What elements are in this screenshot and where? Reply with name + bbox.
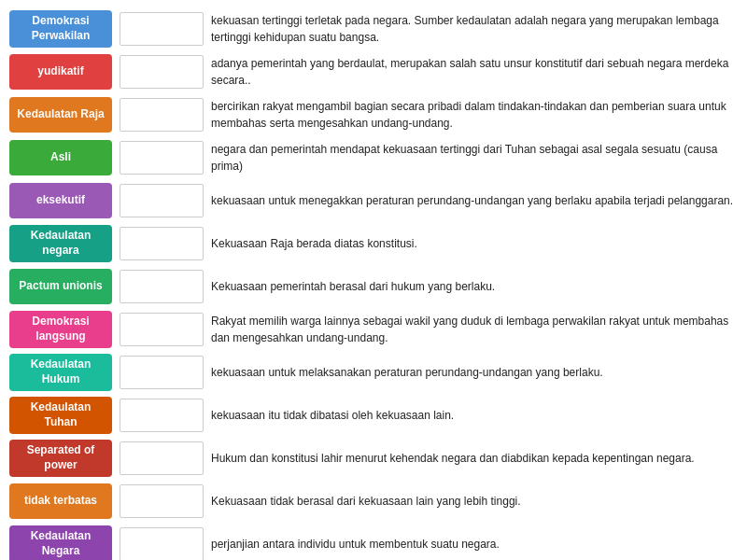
answer-box-kedaulatan-hukum[interactable] [120,356,204,389]
description-asli: negara dan pemerintah mendapat kekuasaan… [211,141,738,175]
table-row: Pactum unionisKekuasaan pemerintah beras… [9,267,738,306]
description-kedaulatan-tuhan: kekuasaan itu tidak dibatasi oleh kekuas… [211,407,738,424]
label-btn-yudikatif[interactable]: yudikatif [9,54,112,90]
answer-box-kedaulatan-tuhan[interactable] [120,399,204,432]
description-kedaulatan-negara2: perjanjian antara individu untuk membent… [211,536,738,553]
description-kedaulatan-raja: bercirikan rakyat mengambil bagian secar… [211,98,738,132]
answer-box-asli[interactable] [120,141,204,175]
description-demokrasi-perwakilan: kekuasan tertinggi terletak pada negara.… [211,12,738,46]
label-btn-asli[interactable]: Asli [9,140,112,175]
label-btn-tidak-terbatas[interactable]: tidak terbatas [9,483,112,519]
label-btn-kedaulatan-hukum[interactable]: Kedaulatan Hukum [9,354,112,390]
answer-box-pactum-unionis[interactable] [120,270,204,303]
description-yudikatif: adanya pemerintah yang berdaulat, merupa… [211,55,738,89]
table-row: Kedaulatan Negaraperjanjian antara indiv… [9,525,738,560]
answer-box-demokrasi-perwakilan[interactable] [120,12,204,46]
label-btn-demokrasi-langsung[interactable]: Demokrasi langsung [9,311,112,347]
label-btn-kedaulatan-negara[interactable]: Kedaulatan negara [9,225,112,261]
description-demokrasi-langsung: Rakyat memilih warga lainnya sebagai wak… [211,313,738,346]
table-row: Kedaulatan negaraKekuasaan Raja berada d… [9,224,738,263]
label-btn-kedaulatan-tuhan[interactable]: Kedaulatan Tuhan [9,397,112,433]
answer-box-yudikatif[interactable] [120,55,204,89]
description-pactum-unionis: Kekuasaan pemerintah berasal dari hukum … [211,278,738,295]
label-btn-separated-of-power[interactable]: Separated of power [9,440,112,476]
table-row: Separated of powerHukum dan konstitusi l… [9,439,738,478]
table-row: Kedaulatan Tuhankekuasaan itu tidak diba… [9,396,738,435]
answer-box-eksekutif[interactable] [120,184,204,217]
label-btn-kedaulatan-raja[interactable]: Kedaulatan Raja [9,97,112,133]
table-row: Aslinegara dan pemerintah mendapat kekua… [9,138,738,177]
table-row: Demokrasi Perwakilankekuasan tertinggi t… [9,9,738,49]
table-row: Demokrasi langsungRakyat memilih warga l… [9,310,738,349]
label-btn-kedaulatan-negara2[interactable]: Kedaulatan Negara [9,525,112,560]
table-row: yudikatifadanya pemerintah yang berdaula… [9,52,738,91]
answer-box-kedaulatan-negara2[interactable] [120,527,204,560]
answer-box-tidak-terbatas[interactable] [120,484,204,518]
label-btn-eksekutif[interactable]: eksekutif [9,183,112,218]
description-kedaulatan-negara: Kekuasaan Raja berada diatas konstitusi. [211,235,738,252]
description-tidak-terbatas: Kekuasaan tidak berasal dari kekuasaan l… [211,493,738,510]
table-row: Kedaulatan Rajabercirikan rakyat mengamb… [9,95,738,134]
answer-box-separated-of-power[interactable] [120,441,204,475]
table-row: Kedaulatan Hukumkekuasaan untuk melaksan… [9,353,738,392]
label-btn-pactum-unionis[interactable]: Pactum unionis [9,269,112,304]
answer-box-kedaulatan-negara[interactable] [120,227,204,260]
label-btn-demokrasi-perwakilan[interactable]: Demokrasi Perwakilan [9,10,112,47]
description-eksekutif: kekuasaan untuk menegakkan peraturan per… [211,192,738,209]
description-kedaulatan-hukum: kekuasaan untuk melaksanakan peraturan p… [211,364,738,381]
table-row: eksekutifkekuasaan untuk menegakkan pera… [9,181,738,220]
main-container: Demokrasi Perwakilankekuasan tertinggi t… [0,0,747,560]
table-row: tidak terbatasKekuasaan tidak berasal da… [9,482,738,521]
answer-box-demokrasi-langsung[interactable] [120,313,204,346]
answer-box-kedaulatan-raja[interactable] [120,98,204,132]
description-separated-of-power: Hukum dan konstitusi lahir menurut kehen… [211,450,738,467]
